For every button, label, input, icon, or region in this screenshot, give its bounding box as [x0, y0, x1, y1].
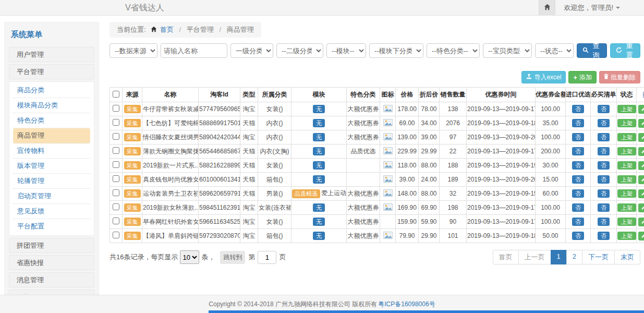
- reset-button[interactable]: 重置: [610, 43, 640, 58]
- sidebar-group-0[interactable]: 用户管理: [9, 47, 94, 62]
- row-checkbox[interactable]: [113, 203, 119, 210]
- status-badge[interactable]: 上架: [617, 189, 636, 198]
- icp-link[interactable]: 粤ICP备16098006号: [378, 300, 435, 309]
- status-badge[interactable]: 上架: [617, 147, 636, 156]
- import-pick-badge[interactable]: 否: [572, 105, 584, 114]
- row-checkbox[interactable]: [113, 105, 119, 112]
- name-input[interactable]: [161, 43, 227, 58]
- status-badge[interactable]: 上架: [617, 175, 636, 184]
- sidebar-group-2[interactable]: 拼团管理: [9, 238, 94, 253]
- row-checkbox[interactable]: [113, 119, 119, 126]
- sidebar-item[interactable]: 特色分类: [13, 113, 90, 128]
- module-select[interactable]: --模块--: [326, 43, 366, 58]
- level2-category-select[interactable]: --二级分类--: [276, 43, 323, 58]
- row-checkbox[interactable]: [113, 189, 119, 196]
- status-badge[interactable]: 上架: [617, 105, 636, 114]
- pager-item-下一页[interactable]: 下一页: [582, 250, 615, 264]
- import-pick-badge[interactable]: 否: [572, 119, 584, 128]
- must-buy-badge[interactable]: 否: [598, 119, 610, 128]
- sidebar-item[interactable]: 版本管理: [13, 159, 90, 174]
- feature-category-select[interactable]: --特色分类--: [427, 43, 480, 58]
- must-buy-badge[interactable]: 否: [598, 203, 610, 212]
- import-pick-badge[interactable]: 否: [572, 218, 584, 226]
- must-buy-badge[interactable]: 否: [598, 147, 610, 156]
- import-pick-badge[interactable]: 否: [572, 232, 584, 240]
- pager-item-active[interactable]: 1: [551, 250, 567, 264]
- edit-button[interactable]: [638, 133, 644, 142]
- per-page-select[interactable]: 10: [180, 250, 199, 264]
- select-all-checkbox[interactable]: [113, 91, 119, 98]
- add-button[interactable]: + 添加: [568, 71, 597, 83]
- edit-button[interactable]: [638, 147, 644, 156]
- must-buy-badge[interactable]: 否: [598, 218, 610, 226]
- import-pick-badge[interactable]: 否: [572, 147, 584, 156]
- item-type-select[interactable]: --宝贝类型--: [483, 43, 532, 58]
- sidebar-item[interactable]: 平台配置: [13, 219, 90, 234]
- sidebar-group-1[interactable]: 平台管理: [9, 64, 94, 79]
- source-badge: 采集: [124, 203, 141, 212]
- edit-button[interactable]: [638, 105, 644, 114]
- import-pick-badge[interactable]: 否: [572, 175, 584, 184]
- must-buy-badge[interactable]: 否: [598, 175, 610, 184]
- status-select[interactable]: --状态--: [535, 43, 574, 58]
- breadcrumb: 当前位置: 首页 / 平台管理 / 商品管理: [110, 22, 261, 38]
- edit-icon: [641, 162, 644, 170]
- feature-category: [347, 159, 380, 173]
- sidebar-item-active[interactable]: 商品管理: [13, 128, 90, 143]
- edit-button[interactable]: [638, 203, 644, 212]
- product-category: 女装(): [258, 215, 291, 229]
- row-checkbox[interactable]: [113, 133, 119, 140]
- home-button[interactable]: [539, 0, 555, 15]
- jump-button[interactable]: 跳转到: [220, 251, 245, 264]
- row-checkbox[interactable]: [113, 161, 119, 168]
- data-source-select[interactable]: --数据来源--: [110, 43, 157, 58]
- edit-button[interactable]: [638, 232, 644, 240]
- import-pick-badge[interactable]: 否: [572, 161, 584, 170]
- status-badge[interactable]: 上架: [617, 119, 636, 128]
- edit-button[interactable]: [638, 189, 644, 198]
- must-buy-badge[interactable]: 否: [598, 105, 610, 114]
- user-menu[interactable]: 欢迎您，管理员!: [555, 3, 644, 13]
- status-badge[interactable]: 上架: [617, 161, 636, 170]
- batch-delete-button[interactable]: 批量删除: [599, 71, 640, 83]
- must-buy-badge[interactable]: 否: [598, 232, 610, 240]
- table-row: 采集牛仔背带裤女秋装减龄...577479560965淘宝女装()无大额优惠券1…: [110, 102, 644, 116]
- sidebar-item[interactable]: 商品分类: [13, 83, 90, 98]
- sidebar-group-5[interactable]: 订单管理: [9, 290, 94, 295]
- status-badge[interactable]: 上架: [617, 203, 636, 212]
- edit-button[interactable]: [638, 175, 644, 184]
- sales-count: 138: [440, 102, 467, 116]
- sidebar-item[interactable]: 模块商品分类: [13, 98, 90, 113]
- sidebar-item[interactable]: 宣传物料: [13, 143, 90, 159]
- edit-button[interactable]: [638, 161, 644, 170]
- sidebar-item[interactable]: 意见反馈: [13, 204, 90, 219]
- search-button[interactable]: 查询: [577, 43, 607, 58]
- sidebar-item[interactable]: 轮播管理: [13, 174, 90, 189]
- status-badge[interactable]: 上架: [617, 133, 636, 142]
- import-pick-badge[interactable]: 否: [572, 203, 584, 212]
- row-checkbox[interactable]: [113, 218, 119, 224]
- breadcrumb-home-link[interactable]: 首页: [160, 26, 174, 33]
- sidebar-item[interactable]: 启动页管理: [13, 189, 90, 204]
- page-number-input[interactable]: [258, 251, 276, 264]
- status-badge[interactable]: 上架: [617, 218, 636, 226]
- must-buy-badge[interactable]: 否: [598, 161, 610, 170]
- must-buy-badge[interactable]: 否: [598, 189, 610, 198]
- module-subcategory-select[interactable]: --模块下分类--: [369, 43, 423, 58]
- level1-category-select[interactable]: 一级分类: [230, 43, 273, 58]
- column-header: 优惠券时间: [467, 88, 536, 102]
- import-pick-badge[interactable]: 否: [572, 189, 584, 198]
- edit-button[interactable]: [638, 119, 644, 128]
- must-buy-badge[interactable]: 否: [598, 133, 610, 142]
- sidebar-group-3[interactable]: 省惠快报: [9, 255, 94, 270]
- pager-item-末页[interactable]: 末页: [614, 250, 640, 264]
- status-badge[interactable]: 上架: [617, 232, 636, 240]
- sidebar-group-4[interactable]: 消息管理: [9, 272, 94, 287]
- pager-item-2[interactable]: 2: [566, 250, 582, 264]
- row-checkbox[interactable]: [113, 232, 119, 238]
- import-excel-button[interactable]: 导入excel: [521, 71, 566, 83]
- import-pick-badge[interactable]: 否: [572, 133, 584, 142]
- row-checkbox[interactable]: [113, 147, 119, 154]
- edit-button[interactable]: [638, 218, 644, 226]
- row-checkbox[interactable]: [113, 175, 119, 182]
